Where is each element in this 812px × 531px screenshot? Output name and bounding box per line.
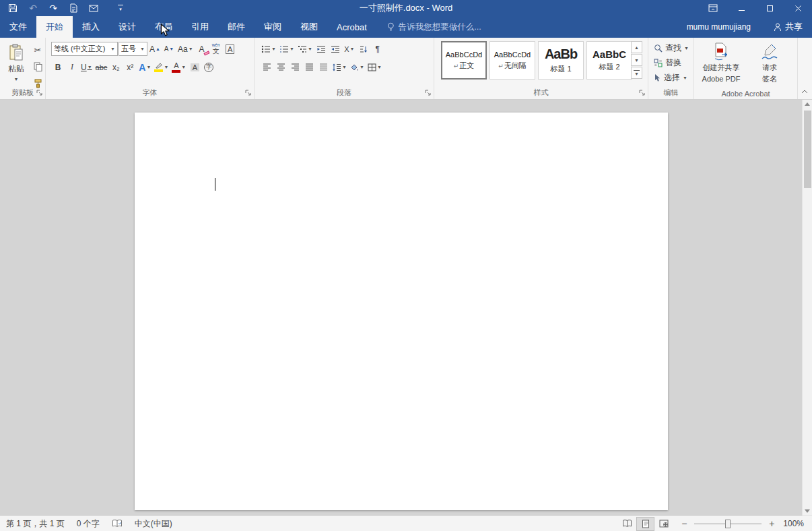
text-effects-button[interactable]: A▼ xyxy=(137,60,152,74)
line-spacing-button[interactable]: ▼ xyxy=(331,60,348,74)
proofing-status[interactable] xyxy=(106,516,129,531)
justify-button[interactable] xyxy=(302,60,316,74)
copy-button[interactable] xyxy=(31,60,44,73)
sort-button[interactable] xyxy=(357,42,370,56)
request-signature-button[interactable]: 请求 签名 xyxy=(748,40,791,92)
subscript-button[interactable]: x₂ xyxy=(109,60,123,74)
create-share-pdf-button[interactable]: 创建并共享 Adobe PDF xyxy=(700,40,743,92)
read-mode-button[interactable] xyxy=(618,517,636,531)
tab-review[interactable]: 审阅 xyxy=(255,16,291,38)
strikethrough-button[interactable]: abc xyxy=(94,60,109,74)
enclose-characters-button[interactable]: 字 xyxy=(202,60,215,74)
bold-button[interactable]: B xyxy=(51,60,65,74)
clear-formatting-glyph: A xyxy=(199,44,205,54)
styles-dialog-launcher[interactable] xyxy=(638,89,646,96)
character-shading-button[interactable]: A xyxy=(188,60,201,74)
tab-home[interactable]: 开始 xyxy=(36,16,73,38)
phonetic-guide-button[interactable]: wén文 xyxy=(209,42,223,56)
character-border-button[interactable]: A xyxy=(224,42,237,56)
web-layout-button[interactable] xyxy=(654,517,673,531)
tab-insert[interactable]: 插入 xyxy=(73,16,109,38)
font-color-button[interactable]: A ▼ xyxy=(170,60,187,74)
page-indicator[interactable]: 第 1 页，共 1 页 xyxy=(0,516,71,531)
asian-layout-button[interactable]: X▼ xyxy=(343,42,356,56)
account-name[interactable]: mumu mumujiang xyxy=(687,22,751,32)
qat-document-button[interactable] xyxy=(66,1,81,15)
qat-mail-button[interactable] xyxy=(86,1,101,15)
styles-more-button[interactable]: ▼ xyxy=(631,67,642,79)
word-count[interactable]: 0 个字 xyxy=(71,516,106,531)
decrease-indent-button[interactable] xyxy=(314,42,328,56)
zoom-slider-thumb[interactable] xyxy=(725,520,731,528)
distribute-button[interactable] xyxy=(316,60,330,74)
tab-view[interactable]: 视图 xyxy=(291,16,327,38)
language-indicator[interactable]: 中文(中国) xyxy=(129,516,178,531)
chevron-down-icon: ▼ xyxy=(350,46,355,51)
font-dialog-launcher[interactable] xyxy=(244,89,252,96)
align-right-button[interactable] xyxy=(288,60,302,74)
ribbon-display-options-button[interactable] xyxy=(699,0,727,16)
zoom-out-button[interactable]: − xyxy=(679,518,689,530)
change-case-button[interactable]: Aa▼ xyxy=(176,42,195,56)
undo-button[interactable]: ↶ xyxy=(26,1,40,15)
vertical-scrollbar[interactable] xyxy=(802,100,812,516)
font-name-combobox[interactable]: 等线 (中文正文) ▼ xyxy=(51,42,118,56)
save-button[interactable] xyxy=(5,1,20,15)
paragraph-dialog-launcher[interactable] xyxy=(424,89,432,96)
scrollbar-thumb[interactable] xyxy=(804,111,811,188)
zoom-level[interactable]: 100% xyxy=(783,519,812,528)
close-button[interactable] xyxy=(784,0,812,16)
style-no-spacing[interactable]: AaBbCcDd ↵无间隔 xyxy=(489,41,535,80)
print-layout-button[interactable] xyxy=(636,517,654,531)
italic-button[interactable]: I xyxy=(65,60,79,74)
tab-design[interactable]: 设计 xyxy=(109,16,145,38)
redo-button[interactable]: ↷ xyxy=(46,1,61,15)
paste-button[interactable]: 粘贴 ▼ xyxy=(3,40,30,89)
borders-button[interactable]: ▼ xyxy=(366,60,383,74)
show-marks-button[interactable]: ¶ xyxy=(371,42,384,56)
grow-font-glyph: A xyxy=(149,44,155,54)
superscript-button[interactable]: x² xyxy=(123,60,137,74)
customize-qat-button[interactable]: ▾ xyxy=(116,1,125,15)
cut-button[interactable]: ✂ xyxy=(31,43,44,57)
tab-file[interactable]: 文件 xyxy=(0,16,36,38)
find-button[interactable]: 查找 ▼ xyxy=(648,40,693,55)
bullets-button[interactable]: ▼ xyxy=(260,42,277,56)
document-area xyxy=(0,100,812,516)
select-button[interactable]: 选择 ▼ xyxy=(648,70,693,85)
minimize-button[interactable] xyxy=(727,0,755,16)
collapse-ribbon-button[interactable] xyxy=(800,88,809,96)
font-size-combobox[interactable]: 五号 ▼ xyxy=(119,42,147,56)
styles-scroll-down-button[interactable]: ▼ xyxy=(631,54,642,66)
numbering-button[interactable]: ▼ xyxy=(278,42,296,56)
increase-indent-button[interactable] xyxy=(329,42,342,56)
share-button[interactable]: 共享 xyxy=(764,16,812,38)
style-normal[interactable]: AaBbCcDd ↵正文 xyxy=(441,41,487,80)
grow-font-button[interactable]: A▲ xyxy=(148,42,162,56)
zoom-in-button[interactable]: + xyxy=(767,518,776,530)
clear-formatting-button[interactable]: A xyxy=(195,42,209,56)
styles-scroll-up-button[interactable]: ▲ xyxy=(631,41,642,53)
tab-mailings[interactable]: 邮件 xyxy=(218,16,255,38)
align-center-button[interactable] xyxy=(274,60,287,74)
ribbon-display-options-icon xyxy=(708,4,718,12)
clipboard-dialog-launcher[interactable] xyxy=(36,89,43,96)
highlight-color-button[interactable]: ▼ xyxy=(153,60,170,74)
shading-button[interactable]: ▼ xyxy=(349,60,366,74)
tab-layout[interactable]: 布局 xyxy=(145,16,182,38)
document-page[interactable] xyxy=(135,113,668,510)
align-left-button[interactable] xyxy=(260,60,273,74)
shrink-font-button[interactable]: A▼ xyxy=(162,42,176,56)
zoom-slider[interactable] xyxy=(694,518,762,529)
style-heading-1[interactable]: AaBb 标题 1 xyxy=(538,41,584,80)
maximize-button[interactable] xyxy=(755,0,784,16)
replace-button[interactable]: 替换 xyxy=(648,55,693,70)
scroll-down-button[interactable] xyxy=(805,509,810,513)
tab-acrobat[interactable]: Acrobat xyxy=(327,16,376,38)
underline-button[interactable]: U▼ xyxy=(79,60,94,74)
multilevel-list-button[interactable]: ▼ xyxy=(296,42,314,56)
style-heading-2[interactable]: AaBbC 标题 2 xyxy=(586,41,632,80)
tell-me-box[interactable]: 告诉我您想要做什么... xyxy=(387,16,481,38)
tab-references[interactable]: 引用 xyxy=(182,16,218,38)
scroll-up-button[interactable] xyxy=(805,102,810,106)
